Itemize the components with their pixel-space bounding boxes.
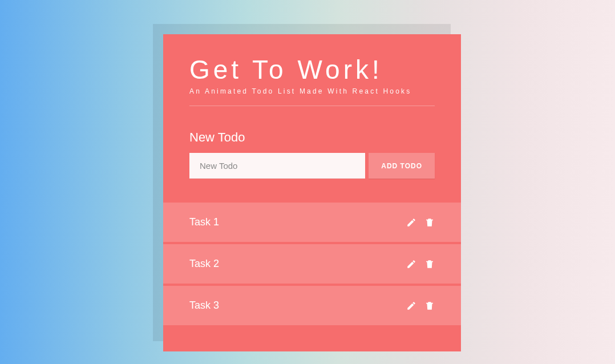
card-header-section: Get To Work! An Animated Todo List Made … <box>163 34 461 179</box>
edit-icon[interactable] <box>406 217 416 228</box>
edit-icon[interactable] <box>406 259 416 269</box>
delete-icon[interactable] <box>424 217 435 228</box>
new-todo-input[interactable] <box>189 153 365 179</box>
todo-actions <box>406 217 435 228</box>
todo-row: Task 3 <box>163 284 461 325</box>
card-footer-bar <box>163 325 461 351</box>
todo-text: Task 2 <box>189 258 406 270</box>
todo-actions <box>406 301 435 311</box>
todo-list: Task 1 Task 2 Task 3 <box>163 203 461 325</box>
delete-icon[interactable] <box>424 259 435 269</box>
todo-card: Get To Work! An Animated Todo List Made … <box>163 34 461 351</box>
delete-icon[interactable] <box>424 301 435 311</box>
todo-actions <box>406 259 435 269</box>
edit-icon[interactable] <box>406 301 416 311</box>
todo-text: Task 3 <box>189 300 406 312</box>
todo-row: Task 2 <box>163 242 461 284</box>
page-title: Get To Work! <box>189 54 435 85</box>
todo-row: Task 1 <box>163 203 461 242</box>
add-todo-button[interactable]: ADD TODO <box>369 153 435 179</box>
new-todo-label: New Todo <box>189 130 435 145</box>
page-subtitle: An Animated Todo List Made With React Ho… <box>189 87 435 106</box>
todo-text: Task 1 <box>189 216 406 228</box>
new-todo-form: ADD TODO <box>189 153 435 179</box>
